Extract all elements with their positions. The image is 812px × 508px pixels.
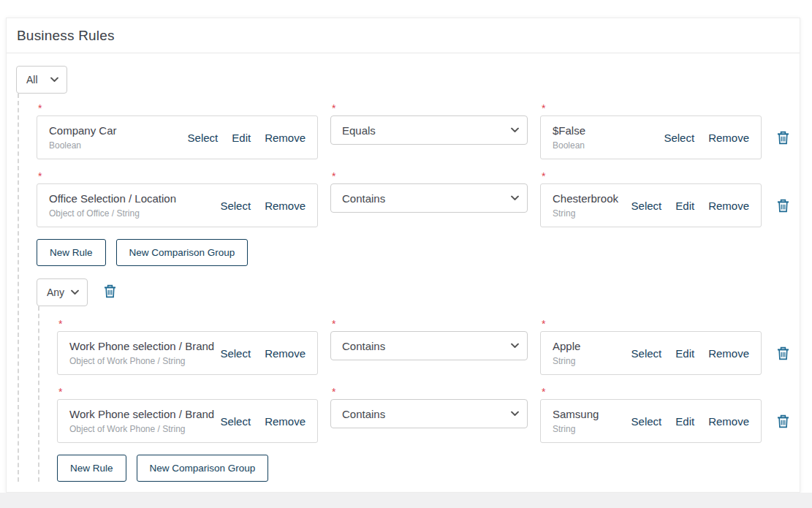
lhs-field-box: Work Phone selection / Brand Object of W…	[57, 399, 318, 443]
panel-body: All * Company Car Boolean	[7, 53, 800, 492]
remove-link[interactable]: Remove	[708, 415, 749, 428]
remove-link[interactable]: Remove	[265, 132, 306, 144]
delete-rule-button[interactable]	[777, 346, 789, 363]
edit-link[interactable]: Edit	[675, 415, 694, 428]
field-type: Object of Work Phone / String	[69, 356, 211, 366]
rule-row: * Work Phone selection / Brand Object of…	[57, 387, 789, 443]
delete-rule-button[interactable]	[777, 414, 789, 431]
new-rule-button[interactable]: New Rule	[37, 239, 106, 266]
new-comparison-group-button[interactable]: New Comparison Group	[137, 455, 269, 482]
rhs-field-box: Apple String Select Edit Remove	[540, 331, 762, 375]
rule-rhs-field: * Apple String Select Edit Remove	[540, 319, 762, 375]
required-asterisk: *	[38, 171, 318, 183]
subgroup-body: * Work Phone selection / Brand Object of…	[38, 306, 789, 482]
field-type: Boolean	[49, 140, 179, 151]
rhs-field-box: Samsung String Select Edit Remove	[540, 399, 762, 443]
delete-rule-button[interactable]	[777, 199, 789, 215]
trash-icon	[777, 414, 789, 431]
operator-select[interactable]: Contains	[331, 400, 527, 428]
trash-icon	[777, 131, 789, 147]
field-type: Boolean	[553, 140, 655, 151]
remove-link[interactable]: Remove	[265, 415, 306, 428]
required-asterisk: *	[542, 319, 762, 331]
required-asterisk: *	[332, 171, 528, 183]
panel-header: Business Rules	[7, 18, 800, 53]
rule-lhs-field: * Work Phone selection / Brand Object of…	[57, 319, 318, 375]
operator-select[interactable]: Contains	[331, 184, 527, 212]
subgroup-logic-row: Any	[37, 278, 789, 306]
field-name: Work Phone selection / Brand	[69, 340, 211, 353]
field-type: String	[553, 208, 623, 219]
subgroup-logic-select[interactable]: Any	[37, 279, 87, 306]
select-link[interactable]: Select	[664, 132, 694, 144]
rule-lhs-field: * Office Selection / Location Object of …	[37, 171, 318, 227]
rhs-field-box: $False Boolean Select Remove	[540, 115, 762, 159]
field-type: String	[553, 424, 623, 434]
rhs-field-box: Chesterbrook String Select Edit Remove	[540, 183, 762, 227]
select-link[interactable]: Select	[631, 415, 662, 428]
required-asterisk: *	[542, 171, 762, 183]
select-link[interactable]: Select	[220, 347, 251, 360]
required-asterisk: *	[38, 103, 318, 115]
required-asterisk: *	[58, 319, 318, 331]
field-name: Samsung	[553, 408, 623, 421]
trash-icon	[104, 284, 116, 300]
remove-link[interactable]: Remove	[708, 200, 749, 212]
root-group-logic-row: All	[16, 66, 789, 94]
rule-lhs-field: * Company Car Boolean Select Edit Remove	[37, 103, 318, 159]
operator-select-wrap: Contains	[330, 399, 528, 428]
rule-operator-field: * Equals	[330, 103, 528, 145]
operator-select[interactable]: Contains	[331, 332, 527, 360]
field-name: $False	[553, 124, 655, 137]
field-name: Company Car	[49, 124, 179, 137]
new-rule-button[interactable]: New Rule	[57, 455, 126, 482]
rule-row: * Company Car Boolean Select Edit Remove	[37, 103, 789, 159]
group-actions: New Rule New Comparison Group	[37, 239, 789, 266]
remove-link[interactable]: Remove	[265, 200, 306, 212]
operator-select[interactable]: Equals	[331, 116, 527, 144]
required-asterisk: *	[542, 387, 762, 399]
field-name: Apple	[553, 340, 623, 353]
required-asterisk: *	[542, 103, 762, 115]
root-group-body: * Company Car Boolean Select Edit Remove	[18, 94, 789, 482]
select-link[interactable]: Select	[631, 347, 662, 360]
comparison-subgroup: Any	[37, 278, 789, 482]
rule-operator-field: * Contains	[330, 387, 528, 428]
rule-row: * Office Selection / Location Object of …	[37, 171, 789, 227]
rule-rhs-field: * Chesterbrook String Select Edit Remove	[540, 171, 762, 227]
edit-link[interactable]: Edit	[675, 200, 694, 212]
lhs-field-box: Office Selection / Location Object of Of…	[37, 183, 318, 227]
trash-icon	[777, 199, 789, 215]
subgroup-actions: New Rule New Comparison Group	[57, 455, 789, 482]
operator-select-wrap: Equals	[330, 115, 528, 145]
field-name: Work Phone selection / Brand	[69, 408, 211, 421]
remove-link[interactable]: Remove	[708, 347, 749, 360]
group-logic-select-wrap: All	[16, 66, 67, 94]
delete-group-button[interactable]	[104, 284, 116, 300]
trash-icon	[777, 346, 789, 363]
delete-rule-button[interactable]	[777, 131, 789, 147]
edit-link[interactable]: Edit	[675, 347, 694, 360]
business-rules-panel: Business Rules All * Co	[6, 18, 800, 493]
rule-rhs-field: * Samsung String Select Edit Remove	[540, 387, 762, 443]
remove-link[interactable]: Remove	[708, 132, 749, 144]
remove-link[interactable]: Remove	[265, 347, 306, 360]
operator-select-wrap: Contains	[330, 183, 528, 213]
group-logic-select[interactable]: All	[17, 67, 67, 93]
required-asterisk: *	[332, 319, 528, 331]
field-name: Office Selection / Location	[49, 192, 211, 205]
select-link[interactable]: Select	[220, 415, 251, 428]
select-link[interactable]: Select	[188, 132, 219, 144]
required-asterisk: *	[332, 103, 528, 115]
select-link[interactable]: Select	[631, 200, 662, 212]
field-name: Chesterbrook	[553, 192, 623, 205]
new-comparison-group-button[interactable]: New Comparison Group	[116, 239, 248, 266]
field-type: Object of Work Phone / String	[69, 424, 211, 434]
edit-link[interactable]: Edit	[232, 132, 251, 144]
lhs-field-box: Company Car Boolean Select Edit Remove	[37, 115, 318, 159]
select-link[interactable]: Select	[220, 200, 251, 212]
page-title: Business Rules	[17, 28, 789, 44]
required-asterisk: *	[58, 387, 318, 399]
rule-operator-field: * Contains	[330, 171, 528, 213]
rule-row: * Work Phone selection / Brand Object of…	[57, 319, 789, 375]
